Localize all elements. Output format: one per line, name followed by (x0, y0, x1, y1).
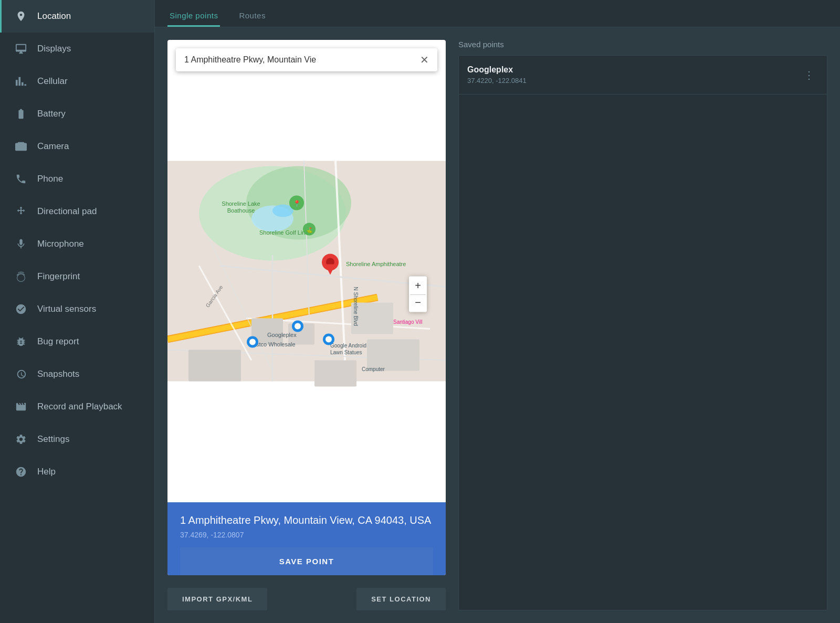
sidebar-item-microphone[interactable]: Microphone (0, 228, 154, 260)
location-address: 1 Amphitheatre Pkwy, Mountain View, CA 9… (180, 513, 433, 527)
sidebar-item-battery[interactable]: Battery (0, 98, 154, 130)
svg-text:Computer: Computer (362, 366, 385, 372)
svg-text:Santiago Vill: Santiago Vill (393, 319, 422, 325)
svg-text:Google Android: Google Android (330, 343, 366, 349)
saved-points-section: Saved points Googleplex 37.4220, -122.08… (458, 40, 827, 610)
bottom-buttons: IMPORT GPX/KML SET LOCATION (167, 588, 446, 610)
svg-point-40 (249, 339, 256, 345)
content-area: ✕ (155, 27, 840, 623)
saved-point-name: Googleplex (467, 65, 800, 75)
sidebar-item-displays-label: Displays (37, 44, 71, 54)
location-info: 1 Amphitheatre Pkwy, Mountain View, CA 9… (167, 502, 446, 575)
sidebar: Location Displays Cellular Battery Camer… (0, 0, 155, 623)
battery-icon (14, 107, 28, 121)
directional-pad-icon (14, 205, 28, 218)
main-content: Single points Routes ✕ (155, 0, 840, 623)
search-input[interactable] (184, 55, 416, 65)
sidebar-item-camera[interactable]: Camera (0, 130, 154, 163)
svg-text:📍: 📍 (293, 199, 301, 207)
sidebar-item-directional-pad[interactable]: Directional pad (0, 195, 154, 228)
sidebar-item-phone-label: Phone (37, 174, 63, 184)
fingerprint-icon (14, 270, 28, 283)
saved-points-title: Saved points (458, 40, 827, 49)
svg-point-38 (295, 323, 301, 330)
sidebar-item-cellular[interactable]: Cellular (0, 65, 154, 98)
sidebar-item-help-label: Help (37, 467, 56, 477)
sidebar-item-fingerprint[interactable]: Fingerprint (0, 260, 154, 293)
svg-text:Lawn Statues: Lawn Statues (330, 350, 362, 355)
tabs-bar: Single points Routes (155, 0, 840, 27)
saved-point-coords: 37.4220, -122.0841 (467, 77, 800, 85)
sidebar-item-snapshots[interactable]: Snapshots (0, 358, 154, 390)
saved-point-menu-button[interactable]: ⋮ (800, 67, 818, 83)
sidebar-item-settings[interactable]: Settings (0, 423, 154, 456)
virtual-sensors-icon (14, 302, 28, 316)
sidebar-item-settings-label: Settings (37, 434, 69, 445)
sidebar-item-bug-report[interactable]: Bug report (0, 325, 154, 358)
svg-text:Googleplex: Googleplex (267, 332, 297, 338)
saved-points-list: Googleplex 37.4220, -122.0841 ⋮ (458, 55, 827, 610)
sidebar-item-directional-pad-label: Directional pad (37, 206, 97, 217)
saved-point-info: Googleplex 37.4220, -122.0841 (467, 65, 800, 85)
bug-report-icon (14, 335, 28, 349)
search-bar: ✕ (176, 48, 437, 71)
svg-point-42 (326, 336, 332, 343)
sidebar-item-virtual-sensors-label: Virtual sensors (37, 304, 96, 314)
map-card: ✕ (167, 40, 446, 575)
svg-text:N Shoreline Blvd: N Shoreline Blvd (353, 287, 359, 326)
svg-rect-20 (314, 361, 356, 387)
sidebar-item-virtual-sensors[interactable]: Virtual sensors (0, 293, 154, 325)
svg-text:Boathouse: Boathouse (227, 207, 255, 214)
map-section: ✕ (167, 40, 446, 610)
set-location-button[interactable]: SET LOCATION (356, 588, 446, 610)
sidebar-item-camera-label: Camera (37, 141, 69, 152)
sidebar-item-location-label: Location (37, 11, 71, 22)
sidebar-item-snapshots-label: Snapshots (37, 369, 79, 379)
cellular-icon (14, 75, 28, 88)
svg-text:−: − (415, 297, 421, 308)
tab-routes[interactable]: Routes (237, 4, 268, 27)
help-icon (14, 465, 28, 479)
location-coords: 37.4269, -122.0807 (180, 531, 433, 539)
sidebar-item-battery-label: Battery (37, 109, 66, 119)
microphone-icon (14, 237, 28, 251)
svg-text:⛳: ⛳ (306, 227, 313, 234)
sidebar-item-displays[interactable]: Displays (0, 33, 154, 65)
sidebar-item-record-playback[interactable]: Record and Playback (0, 390, 154, 423)
svg-text:+: + (415, 280, 421, 291)
sidebar-item-record-playback-label: Record and Playback (37, 402, 122, 412)
map-visual[interactable]: Shoreline Lake Boathouse Shoreline Golf … (167, 40, 446, 502)
camera-icon (14, 140, 28, 153)
sidebar-item-phone[interactable]: Phone (0, 163, 154, 195)
record-playback-icon (14, 400, 28, 414)
settings-icon (14, 432, 28, 446)
sidebar-item-cellular-label: Cellular (37, 76, 68, 87)
sidebar-item-fingerprint-label: Fingerprint (37, 271, 80, 282)
import-gpx-button[interactable]: IMPORT GPX/KML (167, 588, 267, 610)
displays-icon (14, 42, 28, 56)
sidebar-item-location[interactable]: Location (0, 0, 154, 33)
save-point-button[interactable]: SAVE POINT (180, 547, 433, 575)
tab-single-points[interactable]: Single points (167, 4, 220, 27)
svg-text:Shoreline Amphitheatre: Shoreline Amphitheatre (346, 261, 406, 267)
svg-rect-19 (188, 350, 241, 382)
sidebar-item-microphone-label: Microphone (37, 239, 84, 249)
sidebar-item-bug-report-label: Bug report (37, 336, 79, 347)
sidebar-item-help[interactable]: Help (0, 456, 154, 488)
saved-point-item[interactable]: Googleplex 37.4220, -122.0841 ⋮ (459, 56, 827, 94)
phone-icon (14, 172, 28, 186)
location-icon (14, 9, 28, 23)
snapshots-icon (14, 367, 28, 381)
svg-text:Shoreline Lake: Shoreline Lake (222, 200, 260, 207)
clear-search-button[interactable]: ✕ (420, 55, 429, 65)
